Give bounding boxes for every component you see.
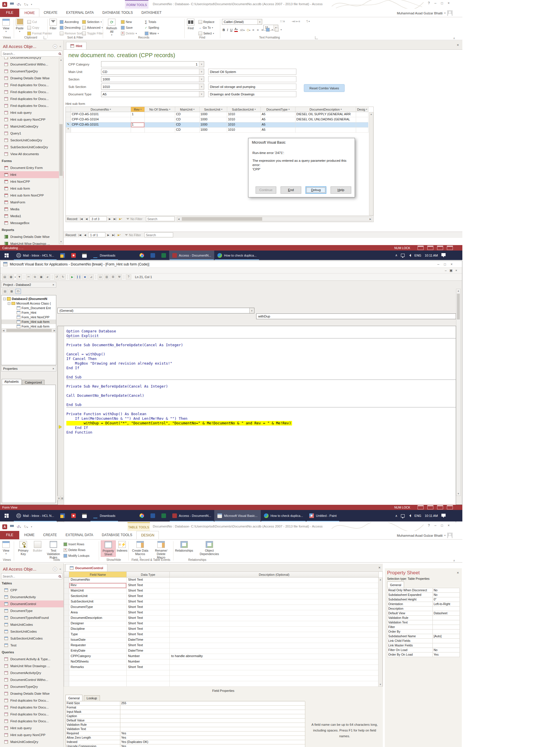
code-line[interactable]: End Sub — [66, 375, 456, 380]
last-record-icon[interactable]: ▶| — [111, 234, 116, 236]
code-line[interactable] — [66, 338, 456, 343]
property-row[interactable]: Link Child Fields — [388, 639, 459, 643]
field-name-cell[interactable]: CPPCategory — [69, 654, 127, 660]
tree-expander-icon[interactable]: - — [3, 298, 6, 300]
property-name[interactable]: Subdatasheet Expanded — [388, 593, 433, 597]
field-combo[interactable]: 1000∨ — [101, 76, 204, 82]
first-record-icon[interactable]: |◀ — [79, 217, 84, 221]
design-field-row[interactable]: DocumentNo Short Text — [64, 577, 382, 583]
design-field-row[interactable]: SectionUnit Short Text — [64, 594, 382, 599]
property-value[interactable] — [433, 625, 460, 629]
design-field-row[interactable]: SubSectionUnit Short Text — [64, 599, 382, 605]
nav-object-item[interactable]: DocumentControl Witho... — [0, 61, 63, 68]
property-value[interactable]: Yes — [120, 736, 305, 740]
start-button[interactable] — [0, 251, 13, 260]
field-linked-textbox[interactable] — [208, 76, 296, 82]
taskbar-item[interactable] — [147, 510, 158, 521]
property-row[interactable]: Allow Zero Length Yes — [66, 736, 305, 740]
run-icon[interactable]: ▶ — [70, 274, 75, 280]
code-line[interactable]: End If — [66, 366, 456, 370]
ribbon-tab[interactable]: HOME — [20, 9, 39, 17]
data-type-cell[interactable]: Short Text — [127, 594, 170, 599]
project-tree-item[interactable]: Form_Hint sub form — [1, 324, 56, 329]
design-column-header[interactable]: Description (Optional) — [170, 572, 379, 577]
field-linked-textbox[interactable]: Diesel Oil System — [208, 69, 296, 75]
nav-object-item[interactable]: Hint sub query — [0, 725, 63, 731]
qat-customize-icon[interactable]: ▾ — [31, 3, 32, 6]
close-icon[interactable]: × — [457, 571, 459, 575]
nav-pane-header[interactable]: All Access Obje... ∨« — [0, 565, 63, 573]
data-type-cell[interactable]: Date/Time — [127, 648, 170, 654]
properties-panel-header[interactable]: Properties× — [1, 366, 56, 371]
design-vscrollbar[interactable]: ▲ ▼ — [378, 577, 382, 687]
design-mode-icon[interactable]: ⊿ — [88, 274, 94, 280]
volume-icon[interactable] — [408, 254, 411, 257]
row-selector[interactable] — [64, 627, 69, 632]
tab-categorized[interactable]: Categorized — [22, 380, 44, 385]
row-selector[interactable] — [64, 681, 69, 687]
column-dropdown-icon[interactable]: ▾ — [288, 108, 290, 111]
property-name[interactable]: Caption — [66, 714, 120, 719]
column-dropdown-icon[interactable]: ▾ — [193, 108, 194, 111]
field-combo[interactable]: CD∨ — [101, 69, 204, 75]
property-name[interactable]: Orientation — [388, 602, 433, 607]
align-left-icon[interactable]: ≡ — [252, 28, 255, 32]
close-icon[interactable]: × — [451, 262, 453, 266]
project-tree-item[interactable]: - Microsoft Access Class ( — [1, 301, 56, 306]
taskbar-item[interactable] — [68, 510, 79, 521]
datasheet-row[interactable]: CPP-CD-A5-10101 1 CD 1000 1010 A5 DIESEL… — [66, 112, 373, 117]
delete-rows-button[interactable]: Delete Rows — [63, 547, 89, 553]
row-selector[interactable] — [64, 599, 69, 605]
row-selector[interactable] — [66, 117, 71, 122]
row-selector[interactable] — [64, 616, 69, 621]
nav-object-item[interactable]: SubSectionUnitCodes — [0, 635, 63, 642]
data-type-cell[interactable]: Short Text — [127, 577, 170, 583]
nav-object-item[interactable]: Query1 — [0, 130, 63, 137]
data-type-cell[interactable] — [127, 676, 170, 681]
field-name-cell[interactable]: Area — [69, 610, 127, 616]
design-field-row[interactable]: Rev Short Text — [64, 583, 382, 588]
ribbon-tab[interactable]: CREATE — [39, 531, 61, 539]
description-cell[interactable] — [170, 583, 379, 588]
property-row[interactable]: Validation Rule — [66, 723, 305, 727]
tab-alphabetic[interactable]: Alphabetic — [2, 379, 22, 385]
totals-button[interactable]: ∑Totals — [145, 19, 159, 25]
help-icon[interactable]: ? — [126, 274, 131, 280]
design-field-row[interactable] — [64, 670, 382, 676]
redo-icon[interactable]: ↻ — [60, 274, 66, 280]
nav-scrollbar[interactable]: ▲ ▼ — [59, 58, 63, 244]
go-to-button[interactable]: →Go To▾ — [198, 25, 215, 30]
property-name[interactable]: Format — [66, 705, 120, 710]
field-linked-textbox[interactable]: Diesel oil storage and pumping — [208, 84, 296, 89]
row-selector[interactable] — [64, 638, 69, 643]
close-icon[interactable]: × — [448, 523, 450, 527]
taskbar-item[interactable] — [79, 251, 90, 260]
nav-object-item[interactable]: Forms — [0, 157, 63, 164]
field-name-cell[interactable]: Requester — [69, 643, 127, 648]
ribbon-collapse-icon[interactable]: ∧ — [453, 37, 455, 40]
modify-lookups-button[interactable]: Modify Lookups — [63, 553, 89, 559]
volume-icon[interactable] — [408, 515, 411, 517]
taskbar-item[interactable]: How to check duplica... — [214, 251, 260, 260]
nav-object-item[interactable]: MainUnitCodes — [0, 621, 63, 628]
record-position[interactable]: 3 of 3 — [89, 216, 107, 221]
taskbar-item[interactable]: Microsoft Visual Basic... — [214, 510, 261, 521]
first-record-icon[interactable]: |◀ — [78, 234, 82, 236]
property-row[interactable]: Order By — [388, 629, 459, 634]
tray-expand-icon[interactable]: ∧ — [395, 514, 397, 518]
save-icon[interactable] — [10, 525, 14, 529]
subform-horizontal-scrollbar[interactable]: ◀ ▶ — [177, 216, 372, 221]
description-cell[interactable] — [170, 621, 379, 627]
property-name[interactable]: Filter On Load — [388, 648, 433, 652]
row-selector[interactable] — [66, 112, 71, 117]
taskbar-item[interactable] — [57, 510, 68, 521]
design-field-row[interactable]: Type Short Text — [64, 632, 382, 638]
procedure-dropdown[interactable]: withDup∨ — [256, 313, 461, 319]
filter-state[interactable]: No Filter — [126, 217, 142, 221]
view-button[interactable]: View▾ — [2, 19, 10, 33]
combo-arrow-icon[interactable]: ∨ — [199, 92, 204, 97]
code-line[interactable]: If Len(Me!DocumentNo & "") And Len(Me!Re… — [66, 416, 456, 421]
pivot-view-icon[interactable] — [427, 246, 433, 250]
combo-arrow-icon[interactable]: ∨ — [199, 61, 204, 67]
save-icon[interactable] — [10, 3, 14, 6]
